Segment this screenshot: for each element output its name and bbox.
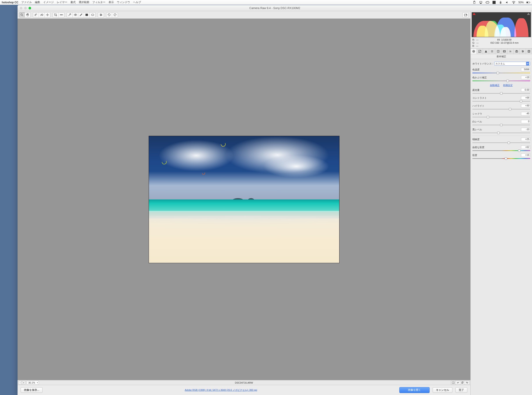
svg-line-57 xyxy=(473,52,473,52)
tab-snapshots[interactable] xyxy=(526,49,532,54)
blacks-value[interactable]: -10 xyxy=(521,128,530,131)
save-image-button[interactable]: 画像を保存... xyxy=(21,387,43,393)
fullscreen-toggle[interactable] xyxy=(463,12,468,17)
spot-removal-tool[interactable] xyxy=(67,12,73,17)
volume-icon[interactable] xyxy=(505,1,509,4)
menu-layer[interactable]: レイヤー xyxy=(57,0,67,4)
menu-filter[interactable]: フィルター xyxy=(92,0,106,4)
temperature-slider[interactable] xyxy=(472,72,530,74)
whites-label: 白レベル xyxy=(472,120,482,123)
menu-type[interactable]: 書式 xyxy=(70,0,76,4)
white-balance-label: ホワイトバランス : xyxy=(472,62,493,65)
vibrance-slider[interactable] xyxy=(472,149,530,152)
tab-camera-calibration[interactable] xyxy=(514,49,520,54)
radial-filter-tool[interactable] xyxy=(90,12,95,17)
tab-split-toning[interactable] xyxy=(495,49,501,54)
menubar-app-name[interactable]: hotoshop CC xyxy=(2,1,18,4)
menu-window[interactable]: ウィンドウ xyxy=(117,0,130,4)
saturation-slider[interactable] xyxy=(472,157,530,159)
before-after-toggle[interactable] xyxy=(451,381,456,385)
clarity-slider[interactable] xyxy=(472,142,530,144)
battery-icon[interactable] xyxy=(526,1,530,4)
zoom-in-button[interactable]: + xyxy=(22,381,25,384)
zoom-level-select[interactable]: 30.1% xyxy=(27,381,39,385)
window-zoom-button[interactable] xyxy=(28,7,31,9)
creative-cloud-icon[interactable] xyxy=(485,1,489,4)
highlights-slider[interactable] xyxy=(472,108,530,110)
menu-file[interactable]: ファイル xyxy=(21,0,32,4)
preview-preferences[interactable] xyxy=(465,381,469,385)
blacks-slider[interactable] xyxy=(472,132,530,134)
highlight-clip-indicator[interactable] xyxy=(527,13,530,15)
camera-raw-window: Camera Raw 9.4 - Sony DSC-RX100M2 xyxy=(17,5,532,395)
exposure-slider[interactable] xyxy=(472,92,530,94)
cancel-button[interactable]: キャンセル xyxy=(433,387,452,393)
crop-tool[interactable] xyxy=(53,12,59,17)
graduated-filter-tool[interactable] xyxy=(84,12,90,17)
tint-slider[interactable] xyxy=(472,80,530,82)
tab-effects[interactable]: fx xyxy=(507,49,514,54)
whites-slider[interactable] xyxy=(472,124,530,126)
tab-tone-curve[interactable] xyxy=(477,49,483,54)
swap-before-after[interactable] xyxy=(456,381,460,385)
preferences-tool[interactable] xyxy=(98,12,104,17)
highlights-value[interactable]: +30 xyxy=(521,104,530,108)
rotate-cw-tool[interactable] xyxy=(112,12,118,17)
histogram[interactable] xyxy=(472,12,531,37)
menu-edit[interactable]: 編集 xyxy=(35,0,40,4)
vibrance-value[interactable]: +62 xyxy=(521,145,530,149)
straighten-tool[interactable] xyxy=(59,12,64,17)
clarity-value[interactable]: +25 xyxy=(521,137,530,141)
color-sampler-tool[interactable] xyxy=(39,12,44,17)
menu-help[interactable]: ヘルプ xyxy=(133,0,141,4)
airplay-icon[interactable] xyxy=(479,1,483,4)
window-close-button[interactable] xyxy=(20,7,22,9)
battery-percent: 50% xyxy=(518,1,524,4)
tint-value[interactable]: +18 xyxy=(521,76,530,79)
bluetooth-icon[interactable] xyxy=(499,1,503,4)
zoom-out-button[interactable]: − xyxy=(18,381,22,384)
tab-basic[interactable] xyxy=(471,49,477,54)
shadows-slider[interactable] xyxy=(472,116,530,118)
tab-presets[interactable] xyxy=(520,49,526,54)
window-minimize-button[interactable] xyxy=(24,7,27,9)
temperature-value[interactable]: 5898 xyxy=(521,68,530,71)
svg-rect-78 xyxy=(528,51,530,52)
hand-tool[interactable] xyxy=(25,12,31,17)
white-balance-tool[interactable] xyxy=(33,12,39,17)
svg-marker-5 xyxy=(506,1,507,3)
shadow-clip-indicator[interactable] xyxy=(473,13,476,15)
white-balance-select[interactable]: カスタム ▴▾ xyxy=(494,62,530,66)
targeted-adjustment-tool[interactable] xyxy=(44,12,50,17)
traffic-lights xyxy=(20,7,31,9)
menu-view[interactable]: 表示 xyxy=(108,0,114,4)
contrast-slider[interactable] xyxy=(472,100,530,102)
tab-hsl[interactable] xyxy=(489,49,495,54)
rgb-g-label: G: xyxy=(472,41,475,44)
menu-image[interactable]: イメージ xyxy=(43,0,54,4)
workflow-options-link[interactable]: Adobe RGB (1998); 8 bit; 5472 x 3648 (20… xyxy=(185,388,257,392)
svg-rect-8 xyxy=(527,2,528,3)
app-icon[interactable] xyxy=(492,1,496,4)
tab-detail[interactable] xyxy=(483,49,489,54)
whites-value[interactable]: 0 xyxy=(521,120,530,123)
saturation-value[interactable]: +16 xyxy=(521,154,530,157)
red-eye-tool[interactable] xyxy=(73,12,78,17)
done-button[interactable]: 完了 xyxy=(456,387,467,393)
adjustment-brush-tool[interactable] xyxy=(78,12,84,17)
tab-lens-corrections[interactable] xyxy=(501,49,507,54)
auto-link[interactable]: 自動補正 xyxy=(490,84,500,87)
menu-select[interactable]: 選択範囲 xyxy=(79,0,89,4)
clipboard-icon[interactable] xyxy=(472,1,476,4)
zoom-tool[interactable] xyxy=(19,12,25,17)
rotate-ccw-tool[interactable] xyxy=(106,12,112,17)
wifi-icon[interactable] xyxy=(512,1,516,4)
contrast-value[interactable]: +68 xyxy=(521,96,530,100)
default-link[interactable]: 初期設定 xyxy=(503,84,513,87)
shadows-value[interactable]: -45 xyxy=(521,112,530,115)
copy-settings-button[interactable] xyxy=(460,381,465,385)
exposure-value[interactable]: 0.00 xyxy=(521,88,530,92)
svg-line-11 xyxy=(22,15,23,16)
preview-area[interactable] xyxy=(17,19,470,380)
open-image-button[interactable]: 画像を開く xyxy=(399,387,430,393)
